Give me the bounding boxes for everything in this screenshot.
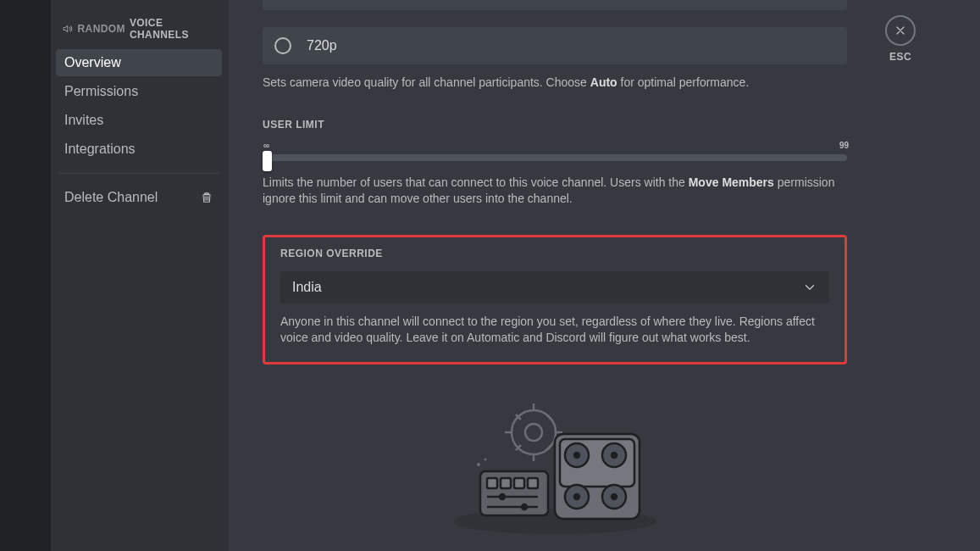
- close-icon: [894, 24, 907, 37]
- voice-channels-label: VOICE CHANNELS: [130, 17, 215, 41]
- option-row-fragment: [263, 0, 847, 10]
- slider-min-label: ∞: [263, 141, 269, 150]
- slider-max-label: 99: [839, 141, 849, 150]
- svg-rect-15: [501, 478, 511, 488]
- user-limit-title: USER LIMIT: [263, 119, 847, 131]
- server-rail: [0, 0, 51, 551]
- slider-track: [263, 154, 847, 161]
- close-settings: ESC: [885, 15, 916, 63]
- sidebar-item-permissions[interactable]: Permissions: [56, 78, 222, 105]
- region-override-help: Anyone in this channel will connect to t…: [280, 314, 829, 347]
- svg-rect-16: [514, 478, 524, 488]
- sidebar-item-overview[interactable]: Overview: [56, 49, 222, 76]
- user-limit-help: Limits the number of users that can conn…: [263, 175, 847, 208]
- video-quality-720p[interactable]: 720p: [263, 27, 847, 64]
- svg-point-9: [574, 453, 579, 458]
- region-select[interactable]: India: [280, 271, 829, 303]
- region-override-section: REGION OVERRIDE India Anyone in this cha…: [263, 235, 847, 365]
- svg-point-22: [477, 463, 480, 466]
- region-override-title: REGION OVERRIDE: [280, 248, 829, 259]
- radio-icon: [274, 37, 291, 54]
- svg-point-2: [525, 424, 542, 441]
- user-limit-slider[interactable]: ∞ 99: [263, 142, 847, 161]
- settings-sidebar: RANDOM VOICE CHANNELS Overview Permissio…: [51, 0, 229, 551]
- region-selected-value: India: [292, 280, 322, 295]
- trash-icon: [200, 191, 213, 204]
- svg-point-10: [612, 453, 617, 458]
- delete-channel-label: Delete Channel: [64, 190, 158, 205]
- main-content: 720p Sets camera video quality for all c…: [229, 0, 980, 551]
- channel-name: RANDOM: [78, 23, 125, 35]
- slider-thumb[interactable]: [263, 151, 272, 171]
- svg-rect-17: [528, 478, 538, 488]
- svg-point-19: [500, 494, 505, 499]
- svg-point-23: [484, 458, 487, 460]
- divider: [59, 173, 219, 174]
- sidebar-item-integrations[interactable]: Integrations: [56, 136, 222, 163]
- sidebar-item-invites[interactable]: Invites: [56, 107, 222, 134]
- svg-point-21: [522, 504, 527, 509]
- delete-channel-button[interactable]: Delete Channel: [56, 184, 222, 211]
- video-option-label: 720p: [307, 38, 337, 53]
- decorative-illustration: [263, 398, 847, 543]
- sidebar-header: RANDOM VOICE CHANNELS: [56, 17, 222, 47]
- chevron-down-icon: [802, 280, 817, 295]
- volume-icon: [63, 23, 74, 35]
- svg-point-11: [574, 494, 579, 499]
- close-button[interactable]: [885, 15, 916, 46]
- svg-point-12: [612, 494, 617, 499]
- svg-rect-14: [487, 478, 497, 488]
- close-label: ESC: [885, 51, 916, 63]
- video-quality-help: Sets camera video quality for all channe…: [263, 75, 847, 92]
